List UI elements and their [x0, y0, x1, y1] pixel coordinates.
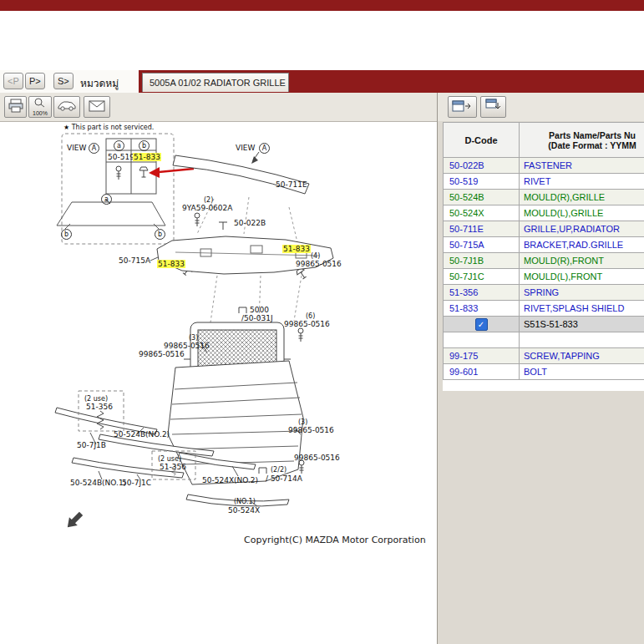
diagram-label: 51-833: [157, 260, 185, 268]
tab-radiator-grille[interactable]: 5005A 01/02 RADIATOR GRILLE: [142, 73, 289, 92]
table-row[interactable]: 50-519RIVET: [444, 174, 644, 190]
diagram-label: (6): [306, 312, 315, 320]
dcode-cell[interactable]: 51-833: [444, 301, 520, 317]
part-name-cell: SPRING: [520, 285, 644, 301]
table-header-row: D-Code Parts Name/Parts Nu (Date Format …: [444, 123, 644, 158]
table-row[interactable]: 50-7J1CMOULD(L),FRONT: [444, 269, 644, 285]
diagram-label: 99865-0516: [284, 320, 330, 328]
dcode-cell[interactable]: 50-524X: [444, 205, 520, 221]
part-name-cell: MOULD(L),GRILLE: [520, 205, 644, 221]
diagram-label: 50-7J1C: [122, 479, 151, 487]
mail-icon: [89, 100, 105, 114]
diagram-label: (2/2): [271, 466, 287, 474]
col-name-header[interactable]: Parts Name/Parts Nu (Date Format : YYMM: [520, 123, 644, 158]
diagram-label: 51-356: [160, 463, 186, 471]
diagram-label: (2): [204, 196, 213, 204]
table-row[interactable]: 50-524BMOULD(R),GRILLE: [444, 190, 644, 205]
table-row[interactable]: ✓S51S-51-833: [444, 317, 644, 332]
table-row[interactable]: 50-711EGRILLE,UP,RADIATOR: [444, 221, 644, 237]
table-row[interactable]: 50-715ABRACKET,RAD.GRILLE: [444, 237, 644, 253]
top-maroon-bar: [0, 0, 644, 11]
diagram-label: 99865-0516: [139, 350, 185, 358]
magnifier-icon: [34, 98, 46, 110]
table-row[interactable]: 51-833RIVET,SPLASH SHIELD: [444, 301, 644, 317]
prev-page-button[interactable]: <P: [3, 73, 23, 89]
diagram-label: 51-833: [282, 245, 311, 253]
dcode-cell[interactable]: 50-7J1C: [444, 269, 520, 285]
part-name-cell: BRACKET,RAD.GRILLE: [520, 237, 644, 253]
dcode-cell[interactable]: 51-356: [444, 285, 520, 301]
dcode-cell[interactable]: [444, 332, 520, 348]
diagram-label: 99865-0516: [164, 342, 210, 350]
col-dcode-header[interactable]: D-Code: [444, 123, 520, 158]
table-row[interactable]: 50-022BFASTENER: [444, 158, 644, 174]
diagram-label: 51-833: [133, 153, 161, 161]
part-name-cell: BOLT: [520, 364, 644, 380]
dcode-cell[interactable]: 50-524B: [444, 190, 520, 205]
category-label: หมวดหมู่: [80, 75, 119, 91]
circled-letter: a: [114, 140, 124, 151]
diagram-label: 50-524B(NO.2): [114, 430, 170, 439]
zoom-level-label: 100%: [33, 110, 48, 116]
print-button[interactable]: [4, 96, 27, 118]
diagram-label: Copyright(C) MAZDA Motor Corporation: [244, 535, 426, 545]
table-row[interactable]: 99-175SCREW,TAPPING: [444, 348, 644, 364]
part-name-cell: S51S-51-833: [520, 317, 644, 332]
table-row[interactable]: 51-356SPRING: [444, 285, 644, 301]
dcode-cell[interactable]: 50-711E: [444, 221, 520, 237]
section-button[interactable]: S>: [53, 73, 74, 89]
parts-table-wrap: D-Code Parts Name/Parts Nu (Date Format …: [443, 122, 644, 391]
zoom-100-button[interactable]: 100%: [28, 96, 52, 118]
mail-button[interactable]: [84, 96, 110, 118]
diagram-label: 51-356: [86, 403, 113, 411]
diagram-label: VIEW: [67, 144, 86, 152]
diagram-label: 99865-0516: [288, 426, 334, 434]
dcode-cell[interactable]: 50-715A: [444, 237, 520, 253]
circled-letter: b: [61, 229, 72, 240]
diagram-label: 50-022B: [234, 219, 266, 227]
part-name-cell: MOULD(L),FRONT: [520, 269, 644, 285]
next-page-button[interactable]: P>: [25, 73, 45, 89]
export-list-button[interactable]: [480, 96, 506, 118]
dcode-cell: ✓: [444, 317, 520, 332]
diagram-label: 50-711E: [276, 180, 307, 189]
diagram-label: (4): [311, 252, 320, 260]
table-row[interactable]: 50-524XMOULD(L),GRILLE: [444, 205, 644, 221]
diagram-label: 5000: [250, 306, 269, 314]
car-icon: [57, 99, 77, 114]
parts-table-body: 50-022BFASTENER50-519RIVET50-524BMOULD(R…: [444, 158, 644, 380]
dcode-cell[interactable]: 50-7J1B: [444, 253, 520, 269]
table-row[interactable]: 99-601BOLT: [444, 364, 644, 380]
diagram-label: 50-524X: [228, 506, 260, 515]
circled-letter: b: [139, 140, 150, 151]
parts-panel: D-Code Parts Name/Parts Nu (Date Format …: [438, 121, 644, 644]
page: <P P> S> หมวดหมู่ 5005A 01/02 RADIATOR G…: [0, 0, 644, 644]
dcode-cell[interactable]: 50-519: [444, 174, 520, 190]
diagram-label: 99865-0516: [294, 454, 340, 462]
print-icon: [8, 99, 23, 115]
parts-diagram: [50, 117, 436, 560]
open-in-window-button[interactable]: [448, 96, 477, 118]
circled-letter: a: [101, 194, 112, 205]
part-name-cell: FASTENER: [520, 158, 644, 174]
dcode-cell[interactable]: 50-022B: [444, 158, 520, 174]
nav-bar: <P P> S> หมวดหมู่ 5005A 01/02 RADIATOR G…: [0, 70, 644, 93]
dcode-cell[interactable]: 99-175: [444, 348, 520, 364]
dcode-cell[interactable]: 99-601: [444, 364, 520, 380]
row-checkbox[interactable]: ✓: [475, 318, 488, 331]
vehicle-view-button[interactable]: [53, 96, 80, 118]
diagram-label: (3): [298, 418, 307, 426]
fwd-direction-icon: [63, 510, 85, 531]
diagram-label: 50-7J1B: [77, 441, 106, 449]
part-name-cell: MOULD(R),GRILLE: [520, 190, 644, 205]
part-name-cell: RIVET: [520, 174, 644, 190]
part-name-cell: SCREW,TAPPING: [520, 348, 644, 364]
export-list-icon: [484, 99, 502, 115]
diagram-label: /50-031J: [241, 314, 273, 322]
diagram-label: 9YA59-0602A: [182, 204, 232, 212]
diagram-label: / 50-714A: [266, 474, 302, 483]
table-row[interactable]: 50-7J1BMOULD(R),FRONT: [444, 253, 644, 269]
table-row[interactable]: [444, 332, 644, 348]
circled-letter: b: [155, 229, 165, 240]
diagram-label: 50-519: [108, 153, 134, 161]
